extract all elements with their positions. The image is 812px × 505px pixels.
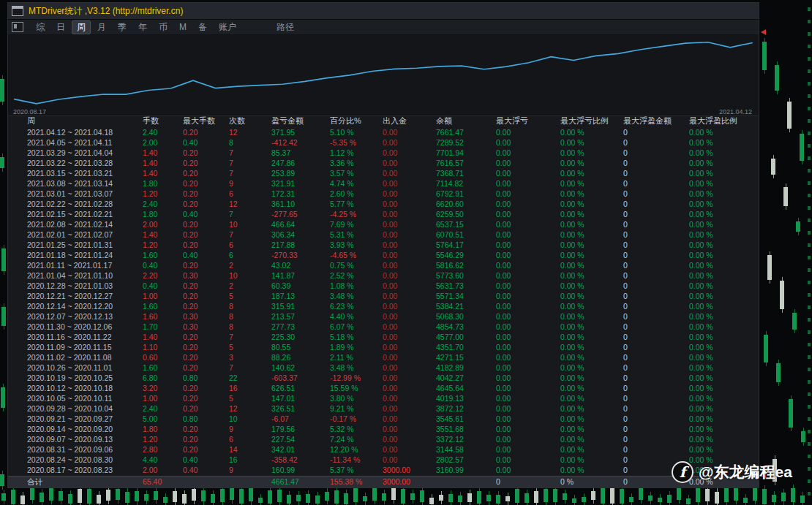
cell-1: 0.20 <box>183 352 229 362</box>
table-row[interactable]: 2020.12.28 ~ 2021.01.030.400.20260.391.0… <box>8 281 759 291</box>
week-period: 2020.12.28 ~ 2021.01.03 <box>27 281 143 291</box>
cell-5: 0.00 <box>383 414 436 424</box>
cell-7: 0.00 <box>496 322 560 332</box>
menu-item-2[interactable]: 周 <box>72 20 91 34</box>
cell-8: 0.00 % <box>560 444 623 455</box>
panel-toggle-icon[interactable] <box>12 22 23 32</box>
table-row[interactable]: 2020.09.14 ~ 2020.09.201.800.209179.565.… <box>8 424 759 434</box>
cell-1 <box>183 476 229 487</box>
table-row[interactable]: 2020.10.19 ~ 2020.10.256.800.8022-603.37… <box>8 373 759 383</box>
cell-10: 0.00 % <box>689 332 743 342</box>
cell-8: 0.00 % <box>560 189 623 199</box>
cell-4: 3.93 % <box>330 240 383 250</box>
cell-3: 187.13 <box>271 291 330 301</box>
table-row[interactable]: 2021.02.08 ~ 2021.02.142.000.2010466.647… <box>8 219 759 229</box>
cell-1: 0.80 <box>183 373 229 383</box>
column-header-0: 周 <box>27 115 143 126</box>
cell-1: 0.40 <box>183 209 229 219</box>
table-row[interactable]: 2020.12.07 ~ 2020.12.131.600.308213.574.… <box>8 311 759 322</box>
menu-item-9[interactable]: 账户 <box>214 20 241 34</box>
table-row[interactable]: 2020.12.21 ~ 2020.12.271.000.205187.133.… <box>8 291 759 301</box>
cell-10: 0.00 % <box>689 311 743 322</box>
menu-bar: 综日周月季年币M备账户 路径 <box>8 20 759 35</box>
table-row[interactable]: 2020.10.12 ~ 2020.10.183.200.2016626.511… <box>8 383 759 393</box>
menu-item-7[interactable]: M <box>174 21 192 33</box>
cell-10: 0.00 % <box>689 414 743 424</box>
table-row[interactable]: 2021.02.22 ~ 2021.02.282.400.2012361.105… <box>8 199 759 209</box>
week-period: 2020.11.09 ~ 2020.11.15 <box>27 342 143 352</box>
table-row[interactable]: 2020.12.14 ~ 2020.12.201.600.208315.916.… <box>8 301 759 311</box>
cell-6: 5068.30 <box>436 311 496 322</box>
cell-8: 0.00 % <box>560 168 623 178</box>
table-row[interactable]: 2020.11.09 ~ 2020.11.151.100.20580.551.8… <box>8 342 759 352</box>
cell-8: 0.00 % <box>560 383 623 393</box>
table-row[interactable]: 2021.04.12 ~ 2021.04.182.400.2012371.955… <box>8 127 759 137</box>
cell-0: 1.80 <box>143 178 183 189</box>
table-row[interactable]: 2021.03.08 ~ 2021.03.141.800.209321.914.… <box>8 178 759 189</box>
cell-4: -4.65 % <box>330 250 383 260</box>
cell-2: 3 <box>229 352 271 362</box>
cell-2: 7 <box>229 332 271 342</box>
cell-9: 0 <box>623 219 689 229</box>
cell-5: 0.00 <box>383 455 436 465</box>
cell-7: 0.00 <box>496 189 560 199</box>
cell-7: 0.00 <box>496 455 560 465</box>
table-row[interactable]: 2021.02.01 ~ 2021.02.071.400.207306.345.… <box>8 229 759 240</box>
cell-6 <box>436 476 496 487</box>
cell-4: 3.80 % <box>330 393 383 403</box>
menu-item-3[interactable]: 月 <box>92 20 111 34</box>
table-row[interactable]: 2020.08.31 ~ 2020.09.062.800.2014342.011… <box>8 444 759 455</box>
table-row[interactable]: 2020.09.28 ~ 2020.10.042.400.2012326.519… <box>8 403 759 414</box>
cell-1: 0.20 <box>183 291 229 301</box>
cell-7: 0.00 <box>496 362 560 373</box>
table-row[interactable]: 2021.01.11 ~ 2021.01.170.400.20243.020.7… <box>8 260 759 270</box>
table-row[interactable]: 2021.04.05 ~ 2021.04.112.000.408-412.42-… <box>8 137 759 148</box>
table-row[interactable]: 2020.08.17 ~ 2020.08.232.000.409160.995.… <box>8 465 759 475</box>
table-row[interactable]: 2021.03.29 ~ 2021.04.041.400.20785.371.1… <box>8 148 759 158</box>
menu-item-0[interactable]: 综 <box>31 20 50 34</box>
table-row[interactable]: 2021.01.25 ~ 2021.01.311.200.206217.883.… <box>8 240 759 250</box>
cell-8: 0.00 % <box>560 178 623 189</box>
table-row[interactable]: 2020.09.07 ~ 2020.09.131.200.206227.547.… <box>8 434 759 444</box>
table-row[interactable]: 2021.03.22 ~ 2021.03.281.400.207247.863.… <box>8 158 759 168</box>
table-row[interactable]: 2020.08.24 ~ 2020.08.304.400.4016-358.42… <box>8 455 759 465</box>
menu-item-path[interactable]: 路径 <box>277 21 294 34</box>
table-row[interactable]: 2020.10.05 ~ 2020.10.111.000.205147.013.… <box>8 393 759 403</box>
chart-end-date: 2021.04.12 <box>719 108 752 115</box>
table-row[interactable]: 2021.01.04 ~ 2021.01.102.200.3010141.872… <box>8 270 759 281</box>
cell-4: 7.24 % <box>330 434 383 444</box>
cell-2: 7 <box>229 158 271 168</box>
menu-item-8[interactable]: 备 <box>193 20 212 34</box>
menu-item-6[interactable]: 币 <box>154 20 173 34</box>
table-row[interactable]: 2020.10.26 ~ 2020.11.011.600.207140.623.… <box>8 362 759 373</box>
cell-0: 65.40 <box>143 476 183 487</box>
table-row[interactable]: 2021.01.18 ~ 2021.01.241.600.406-270.33-… <box>8 250 759 260</box>
cell-1: 0.20 <box>183 342 229 352</box>
menu-item-5[interactable]: 年 <box>133 20 152 34</box>
table-row[interactable]: 2020.11.16 ~ 2020.11.221.400.207225.305.… <box>8 332 759 342</box>
cell-8: 0.00 % <box>560 270 623 281</box>
week-period: 2021.03.15 ~ 2021.03.21 <box>27 168 143 178</box>
column-header-2: 最大手数 <box>183 115 229 126</box>
cell-7: 0.00 <box>496 260 560 270</box>
menu-item-4[interactable]: 季 <box>113 20 132 34</box>
window-titlebar[interactable]: MTDriver统计 ,V3.12 (http://mtdriver.cn) <box>8 3 759 20</box>
cell-9: 0 <box>623 352 689 362</box>
cell-4: 3.48 % <box>330 362 383 373</box>
table-row[interactable]: 2021.02.15 ~ 2021.02.211.800.407-277.65-… <box>8 209 759 219</box>
table-row[interactable]: 2020.11.02 ~ 2020.11.080.600.20388.262.1… <box>8 352 759 362</box>
table-row[interactable]: 2020.09.21 ~ 2020.09.275.000.8010-6.07-0… <box>8 414 759 424</box>
cell-0: 0.60 <box>143 352 183 362</box>
cell-10: 0.00 % <box>689 383 743 393</box>
cell-5: 0.00 <box>383 352 436 362</box>
cell-4: 3.36 % <box>330 158 383 168</box>
cell-7: 0.00 <box>496 465 560 475</box>
cell-6: 7616.57 <box>436 158 496 168</box>
window-system-icon[interactable] <box>12 6 23 16</box>
cell-5: 0.00 <box>383 362 436 373</box>
table-row[interactable]: 2020.11.30 ~ 2020.12.061.700.308277.736.… <box>8 322 759 332</box>
table-row[interactable]: 2021.03.01 ~ 2021.03.071.200.206172.312.… <box>8 189 759 199</box>
menu-item-1[interactable]: 日 <box>51 20 70 34</box>
cell-8: 0.00 % <box>560 281 623 291</box>
table-row[interactable]: 2021.03.15 ~ 2021.03.211.400.207253.893.… <box>8 168 759 178</box>
